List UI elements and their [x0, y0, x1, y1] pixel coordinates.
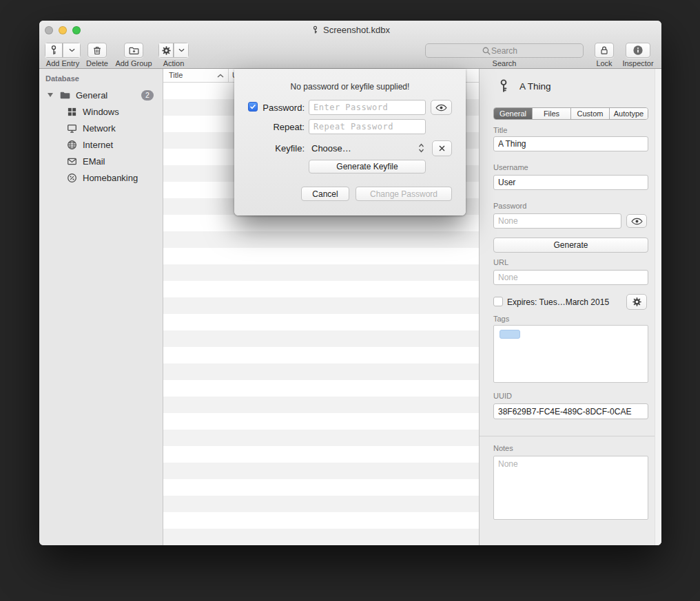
- sidebar-item-email[interactable]: EMail: [39, 153, 163, 169]
- search-input[interactable]: [426, 44, 583, 57]
- sidebar-item-label: Windows: [83, 107, 119, 117]
- key-icon: [48, 45, 59, 56]
- url-label: URL: [493, 258, 508, 266]
- globe-icon: [67, 140, 77, 150]
- expires-settings-button[interactable]: [626, 294, 647, 310]
- sidebar-item-homebanking[interactable]: Homebanking: [39, 169, 163, 186]
- reveal-password-button[interactable]: [431, 100, 452, 115]
- disclosure-triangle-icon[interactable]: [48, 93, 53, 97]
- lock-button[interactable]: [595, 43, 614, 58]
- gear-icon: [161, 45, 172, 56]
- reveal-password-button[interactable]: [626, 214, 647, 228]
- keyfile-popup[interactable]: Choose…: [309, 140, 427, 156]
- notes-field[interactable]: [493, 456, 648, 520]
- sidebar: Database General 2 Windows Network Inter…: [39, 69, 163, 545]
- keyfile-popup-value: Choose…: [311, 143, 351, 154]
- key-icon: [496, 78, 511, 94]
- add-entry-button[interactable]: [45, 43, 81, 58]
- entry-header: A Thing: [496, 78, 551, 94]
- expires-label: Expires: Tues…March 2015: [507, 297, 609, 307]
- tab-general[interactable]: General: [494, 108, 533, 119]
- entry-count-badge: 2: [141, 90, 154, 101]
- entry-title: A Thing: [519, 81, 551, 92]
- sidebar-item-label: Network: [83, 123, 116, 134]
- sidebar-item-label: General: [76, 90, 107, 101]
- info-icon: [632, 45, 644, 56]
- chevron-down-icon: [69, 48, 75, 52]
- desktop-background: Screenshot.kdbx Add Entry Delete Add Gro…: [0, 0, 700, 601]
- tags-field[interactable]: [493, 325, 648, 383]
- tab-autotype[interactable]: Autotype: [610, 108, 648, 119]
- change-password-button[interactable]: Change Password: [356, 187, 452, 201]
- window-header: Screenshot.kdbx Add Entry Delete Add Gro…: [39, 21, 661, 69]
- x-icon: [438, 145, 446, 152]
- updown-stepper-icon: [418, 143, 424, 154]
- inspector-scrollbar[interactable]: [655, 69, 661, 545]
- delete-button[interactable]: [88, 43, 107, 58]
- username-field[interactable]: [493, 175, 648, 190]
- window-title: Screenshot.kdbx: [323, 25, 390, 35]
- mail-icon: [67, 156, 77, 167]
- clear-keyfile-button[interactable]: [432, 140, 452, 156]
- username-label: Username: [493, 163, 528, 171]
- trash-icon: [92, 45, 103, 56]
- add-group-button[interactable]: [124, 43, 143, 58]
- titlebar[interactable]: Screenshot.kdbx: [39, 21, 661, 39]
- tab-custom[interactable]: Custom: [571, 108, 610, 119]
- generate-keyfile-button[interactable]: Generate Keyfile: [309, 160, 426, 173]
- uuid-field[interactable]: [493, 403, 648, 419]
- windows-icon: [67, 107, 77, 117]
- search-label: Search: [425, 59, 584, 67]
- folder-icon: [59, 89, 71, 101]
- action-button[interactable]: [158, 43, 189, 58]
- section-divider: [480, 436, 661, 436]
- password-field[interactable]: [493, 213, 621, 229]
- url-field[interactable]: [493, 270, 648, 285]
- repeat-password-input[interactable]: [309, 119, 426, 134]
- title-label: Title: [493, 126, 507, 134]
- eye-icon: [435, 104, 447, 112]
- repeat-field-label: Repeat:: [259, 122, 305, 132]
- change-password-sheet: No password or keyfile supplied! Passwor…: [234, 69, 466, 215]
- delete-label: Delete: [78, 59, 116, 67]
- app-window: Screenshot.kdbx Add Entry Delete Add Gro…: [39, 21, 661, 545]
- generate-password-button[interactable]: Generate: [493, 238, 648, 253]
- inspector-button[interactable]: [626, 43, 650, 58]
- sort-ascending-icon: [217, 74, 224, 78]
- tab-files[interactable]: Files: [533, 108, 571, 119]
- uuid-label: UUID: [493, 392, 512, 400]
- password-field-label: Password:: [259, 103, 305, 113]
- sidebar-item-general[interactable]: General 2: [39, 87, 163, 103]
- cancel-button[interactable]: Cancel: [301, 187, 349, 201]
- password-label: Password: [493, 202, 526, 210]
- sidebar-section-header: Database: [45, 74, 79, 83]
- sidebar-item-label: Internet: [83, 140, 113, 150]
- tag-token[interactable]: [500, 330, 520, 339]
- sidebar-item-label: EMail: [83, 156, 105, 167]
- search-field[interactable]: [425, 43, 584, 58]
- title-field[interactable]: [493, 136, 648, 151]
- sidebar-item-label: Homebanking: [83, 173, 138, 183]
- expires-checkbox[interactable]: [493, 297, 503, 306]
- action-label: Action: [153, 59, 194, 67]
- add-group-label: Add Group: [113, 59, 154, 67]
- add-entry-label: Add Entry: [45, 59, 81, 67]
- lock-icon: [599, 45, 610, 56]
- chevron-down-icon: [178, 48, 185, 52]
- sidebar-item-network[interactable]: Network: [39, 120, 163, 136]
- password-input[interactable]: [309, 100, 426, 115]
- column-header-title[interactable]: Title: [169, 71, 183, 79]
- check-icon: [249, 103, 256, 110]
- gear-icon: [632, 297, 642, 307]
- tags-label: Tags: [493, 315, 509, 323]
- dialog-message: No password or keyfile supplied!: [234, 82, 466, 92]
- inspector-label: Inspector: [617, 59, 659, 67]
- column-divider[interactable]: [228, 69, 229, 82]
- keyfile-field-label: Keyfile:: [259, 143, 305, 154]
- document-proxy-icon: [311, 25, 320, 34]
- sidebar-item-windows[interactable]: Windows: [39, 103, 163, 120]
- password-checkbox[interactable]: [248, 102, 258, 112]
- folder-plus-icon: [128, 45, 140, 56]
- sidebar-item-internet[interactable]: Internet: [39, 136, 163, 153]
- notes-label: Notes: [493, 444, 513, 452]
